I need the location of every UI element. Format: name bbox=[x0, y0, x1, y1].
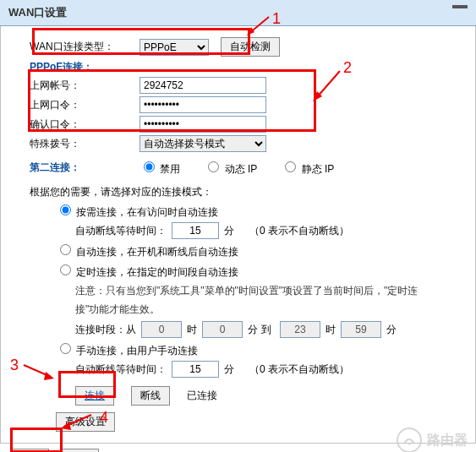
unit-hour-1: 时 bbox=[187, 323, 197, 337]
save-button[interactable]: 保存 bbox=[10, 449, 49, 452]
period-to-min bbox=[341, 321, 381, 338]
wait-value-1[interactable] bbox=[172, 222, 219, 239]
period-to-hour bbox=[280, 321, 320, 338]
wait-value-2[interactable] bbox=[172, 361, 219, 378]
wan-settings-panel: WAN口连接类型： PPPoE 自动检测 PPPoE连接： 上网帐号： 上网口令… bbox=[0, 25, 476, 444]
mode-sched-row: 定时连接，在指定的时间段自动连接 bbox=[9, 262, 467, 280]
arrow-1-icon bbox=[247, 15, 271, 36]
router-icon bbox=[397, 427, 422, 452]
sched-note: 注意：只有当您到"系统工具"菜单的"时间设置"项设置了当前时间后，"定时连接"功… bbox=[9, 282, 467, 319]
svg-marker-5 bbox=[44, 372, 54, 380]
svg-marker-7 bbox=[61, 422, 71, 430]
disconnect-button[interactable]: 断线 bbox=[131, 386, 170, 406]
unit-min-2: 分 bbox=[248, 323, 258, 337]
second-dynamic-option[interactable]: 动态 IP bbox=[204, 159, 257, 177]
connect-buttons-row: 连接 断线 已连接 bbox=[9, 386, 467, 406]
account-field[interactable] bbox=[140, 77, 266, 94]
annotation-label-4: 4 bbox=[100, 409, 108, 427]
unit-min-3: 分 bbox=[386, 323, 397, 337]
mode-on-demand-row: 按需连接，在有访问时自动连接 bbox=[9, 202, 467, 220]
mode-prompt: 根据您的需要，请选择对应的连接模式： bbox=[9, 185, 467, 199]
connection-status: 已连接 bbox=[187, 389, 217, 403]
titlebar: WAN口设置 bbox=[0, 0, 476, 26]
arrow-3-icon bbox=[22, 363, 54, 380]
window-title: WAN口设置 bbox=[8, 6, 67, 19]
account-label: 上网帐号： bbox=[30, 79, 140, 93]
period-from-min bbox=[202, 321, 243, 338]
pppoe-section-header: PPPoE连接： bbox=[9, 60, 467, 74]
confirm-row: 确认口令： bbox=[9, 116, 467, 133]
password-row: 上网口令： bbox=[9, 96, 467, 113]
unit-hour-2: 时 bbox=[326, 323, 336, 337]
mode-auto-row: 自动连接，在开机和断线后自动连接 bbox=[9, 242, 467, 259]
watermark: 路由器 bbox=[397, 427, 468, 452]
wait-label-2: 自动断线等待时间： bbox=[75, 362, 167, 377]
password-label: 上网口令： bbox=[30, 98, 140, 112]
arrow-4-icon bbox=[61, 413, 93, 430]
on-demand-wait: 自动断线等待时间： 分 （0 表示不自动断线） bbox=[9, 222, 467, 239]
unit-min-1: 分 bbox=[224, 224, 234, 238]
svg-line-2 bbox=[316, 71, 340, 98]
annotation-label-2: 2 bbox=[343, 59, 352, 77]
wan-type-select[interactable]: PPPoE bbox=[140, 39, 209, 56]
sched-period-row: 连接时段：从 时 分 到 时 分 bbox=[9, 321, 467, 338]
second-disable-option[interactable]: 禁用 bbox=[140, 159, 180, 177]
wait-label-1: 自动断线等待时间： bbox=[75, 224, 167, 238]
svg-marker-1 bbox=[247, 27, 254, 35]
help-button[interactable]: 帮助 bbox=[60, 449, 99, 452]
connect-button[interactable]: 连接 bbox=[75, 386, 114, 406]
mode-manual-option[interactable]: 手动连接，由用户手动连接 bbox=[56, 340, 198, 358]
to-label: 到 bbox=[261, 323, 271, 337]
dialmode-row: 特殊拨号： 自动选择拨号模式 bbox=[9, 135, 467, 152]
arrow-2-icon bbox=[313, 69, 342, 101]
mode-auto-option[interactable]: 自动连接，在开机和断线后自动连接 bbox=[56, 242, 238, 259]
wan-type-row: WAN口连接类型： PPPoE 自动检测 bbox=[9, 37, 467, 57]
annotation-label-1: 1 bbox=[272, 10, 281, 28]
mode-manual-row: 手动连接，由用户手动连接 bbox=[9, 340, 467, 358]
note-zero-1: （0 表示不自动断线） bbox=[249, 224, 349, 238]
confirm-label: 确认口令： bbox=[30, 117, 140, 132]
second-section-header: 第二连接： bbox=[30, 161, 140, 175]
manual-wait: 自动断线等待时间： 分 （0 表示不自动断线） bbox=[9, 361, 467, 378]
wan-type-label: WAN口连接类型： bbox=[30, 40, 140, 54]
unit-min-4: 分 bbox=[224, 362, 234, 377]
dialmode-label: 特殊拨号： bbox=[30, 137, 140, 151]
svg-point-8 bbox=[408, 443, 411, 445]
mode-on-demand-option[interactable]: 按需连接，在有访问时自动连接 bbox=[56, 202, 218, 220]
dialmode-select[interactable]: 自动选择拨号模式 bbox=[140, 135, 266, 152]
mode-sched-option[interactable]: 定时连接，在指定的时间段自动连接 bbox=[56, 262, 238, 280]
watermark-text: 路由器 bbox=[427, 432, 468, 449]
period-from-hour bbox=[141, 321, 182, 338]
second-static-option[interactable]: 静态 IP bbox=[281, 159, 334, 177]
note-zero-2: （0 表示不自动断线） bbox=[249, 362, 349, 377]
auto-detect-button[interactable]: 自动检测 bbox=[221, 37, 280, 57]
annotation-label-3: 3 bbox=[10, 357, 19, 374]
period-label: 连接时段：从 bbox=[75, 323, 136, 337]
second-connection-row: 第二连接： 禁用 动态 IP 静态 IP bbox=[9, 159, 467, 177]
account-row: 上网帐号： bbox=[9, 77, 467, 94]
confirm-field[interactable] bbox=[140, 116, 266, 133]
password-field[interactable] bbox=[140, 96, 266, 113]
